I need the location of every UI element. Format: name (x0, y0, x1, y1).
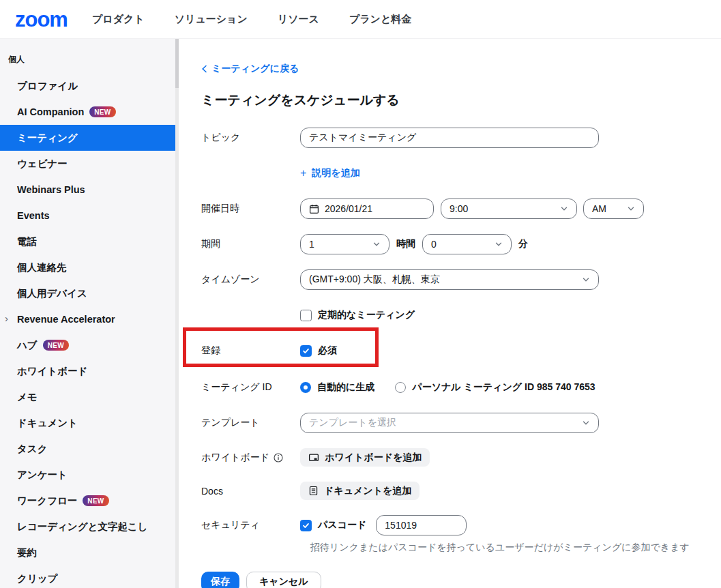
sidebar-item-tasks[interactable]: タスク (0, 436, 179, 462)
meeting-id-row: ミーティング ID 自動的に生成 パーソナル ミーティング ID 985 740… (201, 377, 721, 398)
sidebar-item-personal-devices[interactable]: 個人用デバイス (0, 280, 179, 306)
recurring-checkbox[interactable] (300, 310, 312, 321)
chevron-down-icon (495, 240, 503, 248)
topic-row: トピック (201, 128, 721, 148)
timezone-value: (GMT+9:00) 大阪、札幌、東京 (309, 274, 440, 286)
sidebar-item-label: 個人連絡先 (17, 261, 67, 274)
sidebar-item-label: ウェビナー (17, 158, 68, 171)
meeting-id-personal-radio[interactable] (395, 382, 406, 393)
sidebar-item-recordings[interactable]: レコーディングと文字起こし (0, 514, 179, 540)
new-badge: NEW (83, 495, 108, 506)
datetime-row: 開催日時 2026/01/21 9:00 AM (201, 199, 721, 219)
sidebar-item-notes[interactable]: メモ (0, 384, 179, 410)
passcode-label: パスコード (318, 519, 366, 531)
add-description-link[interactable]: + 説明を追加 (300, 167, 360, 179)
duration-label: 期間 (201, 238, 300, 250)
recurring-label: 定期的なミーティング (318, 309, 415, 321)
plus-icon: + (300, 167, 306, 179)
save-button[interactable]: 保存 (201, 572, 239, 588)
sidebar: 個人 プロファイル AI CompanionNEW ミーティング ウェビナー W… (0, 39, 179, 588)
add-description-label: 説明を追加 (312, 167, 359, 179)
sidebar-item-documents[interactable]: ドキュメント (0, 410, 179, 436)
template-row: テンプレート テンプレートを選択 (201, 413, 721, 433)
form-actions: 保存 キャンセル (201, 572, 721, 588)
new-badge: NEW (43, 340, 69, 351)
date-input[interactable]: 2026/01/21 (300, 199, 434, 219)
passcode-input[interactable] (376, 515, 467, 535)
hours-unit-label: 時間 (396, 238, 415, 250)
sidebar-item-label: ミーティング (17, 132, 78, 145)
security-label: セキュリティ (201, 515, 300, 535)
schedule-meeting-page: ミーティングに戻る ミーティングをスケジュールする トピック + 説明を追加 (179, 39, 721, 588)
chevron-right-icon: › (5, 312, 8, 324)
add-document-button[interactable]: ドキュメントを追加 (300, 482, 420, 500)
sidebar-item-webinars[interactable]: ウェビナー (0, 151, 179, 177)
sidebar-item-hub[interactable]: ハブNEW (0, 332, 179, 358)
sidebar-item-ai-companion[interactable]: AI CompanionNEW (0, 99, 179, 125)
template-select[interactable]: テンプレートを選択 (300, 413, 599, 433)
topic-label: トピック (201, 132, 300, 144)
sidebar-section-personal: 個人 (0, 54, 179, 73)
chevron-down-icon (372, 240, 381, 248)
sidebar-item-whiteboard[interactable]: ホワイトボード (0, 358, 179, 384)
sidebar-item-workflows[interactable]: ワークフローNEW (0, 488, 179, 514)
time-select[interactable]: 9:00 (441, 199, 577, 219)
sidebar-item-label: タスク (17, 443, 48, 456)
security-row: セキュリティ パスコード 招待リンクまたはパスコードを持っているユーザーだけがミ… (201, 515, 721, 554)
zoom-logo[interactable]: zoom (15, 9, 68, 30)
sidebar-item-meetings[interactable]: ミーティング (0, 125, 179, 151)
timezone-select[interactable]: (GMT+9:00) 大阪、札幌、東京 (300, 269, 599, 290)
chevron-down-icon (560, 205, 568, 213)
sidebar-item-label: プロファイル (17, 80, 78, 93)
sidebar-item-revenue-accelerator[interactable]: ›Revenue Accelerator (0, 306, 179, 332)
time-value: 9:00 (450, 203, 468, 214)
template-label: テンプレート (201, 417, 300, 429)
cancel-button[interactable]: キャンセル (246, 572, 321, 588)
info-icon[interactable] (274, 453, 283, 462)
marketing-nav: プロダクト ソリューション リソース プランと料金 (92, 13, 411, 26)
sidebar-item-surveys[interactable]: アンケート (0, 462, 179, 488)
sidebar-item-clips[interactable]: クリップ (0, 565, 179, 588)
duration-hours-select[interactable]: 1 (300, 234, 389, 254)
template-placeholder: テンプレートを選択 (309, 417, 396, 429)
sidebar-item-label: Webinars Plus (17, 184, 85, 195)
date-value: 2026/01/21 (325, 203, 372, 214)
page-title: ミーティングをスケジュールする (201, 91, 721, 109)
registration-label: 登録 (201, 344, 300, 357)
meridiem-value: AM (592, 203, 606, 214)
passcode-checkbox[interactable] (300, 520, 312, 531)
back-to-meetings-link[interactable]: ミーティングに戻る (201, 63, 299, 75)
recurring-row: 定期的なミーティング (201, 305, 721, 325)
sidebar-item-summary[interactable]: 要約 (0, 540, 179, 565)
whiteboard-label: ホワイトボード (201, 452, 269, 464)
meeting-id-auto-radio[interactable] (300, 382, 311, 393)
sidebar-item-label: ドキュメント (17, 417, 78, 430)
nav-products[interactable]: プロダクト (92, 13, 145, 26)
add-whiteboard-label: ホワイトボードを追加 (325, 452, 422, 464)
registration-required-checkbox[interactable] (300, 345, 312, 357)
calendar-icon (309, 204, 319, 214)
nav-resources[interactable]: リソース (278, 13, 319, 26)
sidebar-item-label: 電話 (17, 235, 37, 248)
timezone-label: タイムゾーン (201, 274, 300, 286)
sidebar-item-label: ワークフロー (17, 495, 77, 508)
add-whiteboard-button[interactable]: ホワイトボードを追加 (300, 448, 430, 467)
topic-input[interactable] (300, 128, 599, 148)
nav-solutions[interactable]: ソリューション (175, 13, 248, 26)
whiteboard-row: ホワイトボード ホワイトボードを追加 (201, 448, 721, 467)
sidebar-item-webinars-plus[interactable]: Webinars Plus (0, 177, 179, 203)
sidebar-item-profile[interactable]: プロファイル (0, 73, 179, 99)
minutes-unit-label: 分 (518, 238, 528, 250)
check-icon (302, 347, 310, 355)
sidebar-item-personal-contacts[interactable]: 個人連絡先 (0, 254, 179, 280)
sidebar-item-label: ハブ (17, 339, 38, 352)
sidebar-item-phone[interactable]: 電話 (0, 229, 179, 254)
sidebar-item-events[interactable]: Events (0, 203, 179, 229)
nav-plans-pricing[interactable]: プランと料金 (349, 13, 411, 26)
meridiem-select[interactable]: AM (583, 199, 644, 219)
meeting-id-personal-label: パーソナル ミーティング ID 985 740 7653 (412, 381, 595, 394)
sidebar-item-label: Revenue Accelerator (17, 314, 115, 325)
sidebar-item-label: 個人用デバイス (17, 287, 87, 300)
docs-row: Docs ドキュメントを追加 (201, 482, 721, 500)
duration-minutes-select[interactable]: 0 (422, 234, 512, 254)
